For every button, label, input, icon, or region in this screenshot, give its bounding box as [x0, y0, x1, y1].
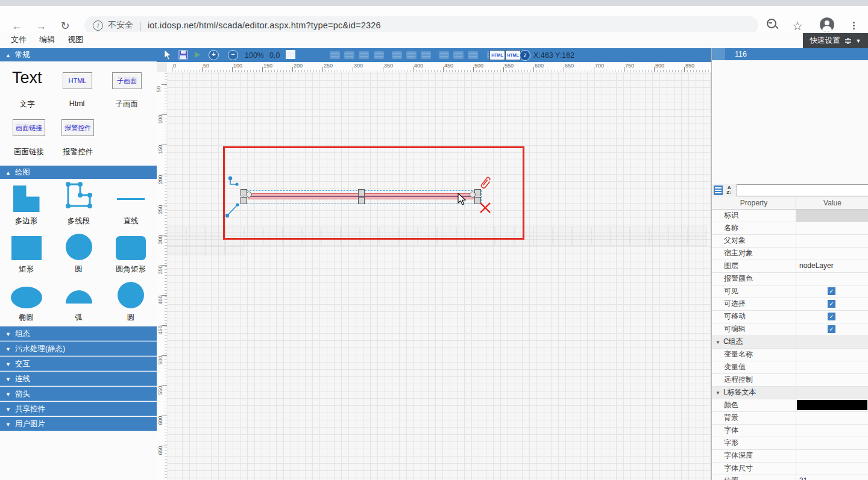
- property-row-1[interactable]: 名称: [712, 222, 868, 235]
- property-value[interactable]: ✓: [796, 311, 868, 323]
- property-row-17[interactable]: 字体: [712, 425, 868, 437]
- section-header-3[interactable]: ▼连线: [0, 372, 157, 386]
- tool-html[interactable]: HTML: [63, 72, 92, 89]
- align-icon-6[interactable]: [421, 51, 431, 59]
- property-row-11[interactable]: 变量名称: [712, 349, 868, 361]
- section-header-common[interactable]: ▲常规: [0, 48, 157, 61]
- property-value[interactable]: [796, 222, 868, 234]
- property-row-7[interactable]: 可选择✓: [712, 298, 868, 311]
- property-value[interactable]: ✓: [796, 285, 868, 298]
- property-row-13[interactable]: 远程控制: [712, 374, 868, 387]
- line-endpoint[interactable]: [246, 192, 252, 198]
- shape-tool-circle[interactable]: 圆: [52, 229, 105, 277]
- property-row-15[interactable]: 颜色: [712, 399, 868, 412]
- line-endpoint[interactable]: [470, 192, 476, 198]
- zoom-out-icon[interactable]: −: [228, 50, 238, 60]
- resize-handle[interactable]: [358, 189, 365, 196]
- property-row-14[interactable]: ▼L标签文本: [712, 387, 868, 399]
- sort-az-icon[interactable]: AZ↓: [725, 185, 734, 195]
- property-value[interactable]: [796, 412, 868, 424]
- tool-text[interactable]: Text: [12, 69, 42, 87]
- property-value[interactable]: [796, 450, 868, 462]
- tool-subscreen[interactable]: 子画面: [112, 72, 142, 89]
- property-value[interactable]: [796, 463, 868, 475]
- z-order-icon[interactable]: z: [520, 50, 530, 61]
- property-row-3[interactable]: 宿主对象: [712, 248, 868, 260]
- group-arrow-icon[interactable]: ▼: [715, 340, 720, 345]
- property-row-19[interactable]: 字体深度: [712, 450, 868, 463]
- line-tool-icon[interactable]: [225, 201, 241, 218]
- property-value[interactable]: [796, 399, 868, 411]
- menu-item-0[interactable]: 文件: [11, 34, 27, 45]
- property-column-header[interactable]: Property: [712, 197, 796, 209]
- value-column-header[interactable]: Value: [796, 197, 868, 209]
- categorized-view-icon[interactable]: [714, 185, 723, 195]
- property-value[interactable]: ✓: [796, 298, 868, 310]
- zoom-in-icon[interactable]: +: [209, 50, 219, 60]
- property-value[interactable]: [796, 361, 868, 373]
- property-value[interactable]: [796, 336, 868, 348]
- canvas-color-swatch[interactable]: [286, 50, 295, 59]
- property-value[interactable]: [796, 425, 868, 437]
- property-value[interactable]: [796, 248, 868, 260]
- property-value[interactable]: [796, 387, 868, 399]
- checkbox-checked-icon[interactable]: ✓: [828, 300, 835, 308]
- shape-tool-circle[interactable]: 圆: [105, 277, 157, 325]
- shape-tool-line[interactable]: 直线: [105, 181, 157, 229]
- group-arrow-icon[interactable]: ▼: [715, 390, 720, 396]
- section-header-6[interactable]: ▼用户图片: [0, 417, 157, 431]
- color-swatch[interactable]: [797, 400, 867, 410]
- property-value[interactable]: nodeLayer: [796, 260, 868, 272]
- property-row-10[interactable]: ▼C组态: [712, 336, 868, 349]
- align-icon-1[interactable]: [344, 51, 354, 59]
- section-header-0[interactable]: ▼组态: [0, 326, 157, 341]
- align-icon-3[interactable]: [374, 51, 384, 59]
- quick-settings-button[interactable]: 快速设置 ▼: [803, 33, 868, 48]
- section-header-5[interactable]: ▼共享控件: [0, 402, 157, 416]
- html-export-icon[interactable]: HTML: [489, 50, 505, 60]
- align-icon-5[interactable]: [406, 51, 417, 59]
- align-icon-9[interactable]: [468, 51, 478, 59]
- panel-tab-icon[interactable]: [712, 48, 725, 60]
- design-surface[interactable]: [167, 72, 711, 480]
- property-value[interactable]: 31: [796, 475, 868, 480]
- property-row-16[interactable]: 背景: [712, 412, 868, 425]
- select-cursor-icon[interactable]: [163, 49, 172, 60]
- run-icon[interactable]: [195, 52, 200, 58]
- section-header-4[interactable]: ▼箭头: [0, 387, 157, 401]
- browser-menu-icon[interactable]: [848, 19, 860, 32]
- resize-handle[interactable]: [358, 197, 365, 204]
- property-row-18[interactable]: 字形: [712, 437, 868, 450]
- shape-tool-rounded-rect[interactable]: 圆角矩形: [105, 229, 157, 277]
- property-row-20[interactable]: 字体尺寸: [712, 463, 868, 475]
- info-icon[interactable]: i: [93, 20, 103, 31]
- tool-screenlink[interactable]: 画面链接: [13, 119, 45, 136]
- property-search-input[interactable]: [737, 184, 868, 196]
- property-row-5[interactable]: 报警颜色: [712, 273, 868, 285]
- property-row-8[interactable]: 可移动✓: [712, 311, 868, 323]
- align-icon-2[interactable]: [359, 51, 369, 59]
- html-view-icon[interactable]: HTML: [505, 50, 521, 60]
- checkbox-checked-icon[interactable]: ✓: [828, 287, 835, 295]
- property-row-12[interactable]: 变量值: [712, 361, 868, 374]
- checkbox-checked-icon[interactable]: ✓: [828, 313, 835, 320]
- property-row-0[interactable]: 标识: [712, 210, 868, 222]
- property-value[interactable]: [796, 374, 868, 386]
- shape-tool-arc[interactable]: 弧: [52, 277, 105, 325]
- shape-tool-rect[interactable]: 矩形: [0, 229, 52, 277]
- connect-node-icon[interactable]: [227, 176, 241, 190]
- save-icon[interactable]: [178, 50, 188, 60]
- property-value[interactable]: [796, 437, 868, 449]
- property-value[interactable]: [796, 210, 868, 222]
- delete-x-icon[interactable]: [479, 201, 492, 214]
- property-value[interactable]: [796, 235, 868, 247]
- align-icon-7[interactable]: [439, 51, 449, 59]
- resize-handle[interactable]: [241, 197, 247, 204]
- property-row-2[interactable]: 父对象: [712, 235, 868, 248]
- property-value[interactable]: ✓: [796, 323, 868, 335]
- zoom-out-page-icon[interactable]: [767, 19, 779, 31]
- align-icon-0[interactable]: [330, 51, 340, 59]
- property-row-4[interactable]: 图层nodeLayer: [712, 260, 868, 273]
- section-header-draw[interactable]: ▲绘图: [0, 166, 157, 179]
- shape-tool-polyline[interactable]: 多线段: [52, 181, 105, 229]
